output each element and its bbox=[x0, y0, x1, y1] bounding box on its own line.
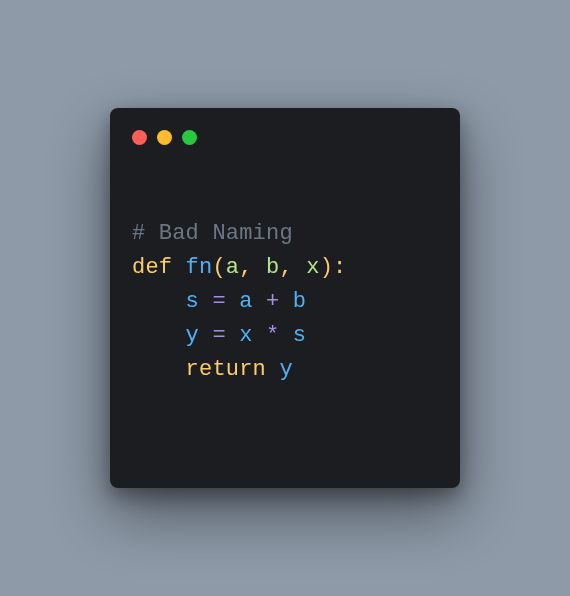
space bbox=[226, 323, 239, 348]
code-window: # Bad Naming def fn(a, b, x): s = a + b … bbox=[110, 108, 460, 488]
code-block: # Bad Naming def fn(a, b, x): s = a + b … bbox=[132, 183, 440, 388]
minimize-icon[interactable] bbox=[157, 130, 172, 145]
op-plus: + bbox=[266, 289, 279, 314]
kw-return: return bbox=[186, 357, 280, 382]
comma: , bbox=[239, 255, 266, 280]
code-comment: # Bad Naming bbox=[132, 221, 293, 246]
param-x: x bbox=[306, 255, 319, 280]
op-star: * bbox=[266, 323, 279, 348]
zoom-icon[interactable] bbox=[182, 130, 197, 145]
var-y: y bbox=[186, 323, 199, 348]
space bbox=[199, 323, 212, 348]
var-x: x bbox=[239, 323, 252, 348]
indent bbox=[132, 323, 186, 348]
window-controls bbox=[132, 130, 440, 145]
param-a: a bbox=[226, 255, 239, 280]
paren-close: ) bbox=[320, 255, 333, 280]
comma: , bbox=[279, 255, 306, 280]
space bbox=[279, 289, 292, 314]
var-s: s bbox=[186, 289, 199, 314]
fn-name: fn bbox=[186, 255, 213, 280]
var-y: y bbox=[279, 357, 292, 382]
close-icon[interactable] bbox=[132, 130, 147, 145]
indent bbox=[132, 289, 186, 314]
space bbox=[253, 323, 266, 348]
op-eq: = bbox=[212, 289, 225, 314]
colon: : bbox=[333, 255, 346, 280]
indent bbox=[132, 357, 186, 382]
space bbox=[279, 323, 292, 348]
var-a: a bbox=[239, 289, 252, 314]
stage: # Bad Naming def fn(a, b, x): s = a + b … bbox=[0, 0, 570, 596]
space bbox=[226, 289, 239, 314]
paren-open: ( bbox=[212, 255, 225, 280]
space bbox=[199, 289, 212, 314]
kw-def: def bbox=[132, 255, 186, 280]
param-b: b bbox=[266, 255, 279, 280]
space bbox=[253, 289, 266, 314]
var-s: s bbox=[293, 323, 306, 348]
var-b: b bbox=[293, 289, 306, 314]
op-eq: = bbox=[212, 323, 225, 348]
